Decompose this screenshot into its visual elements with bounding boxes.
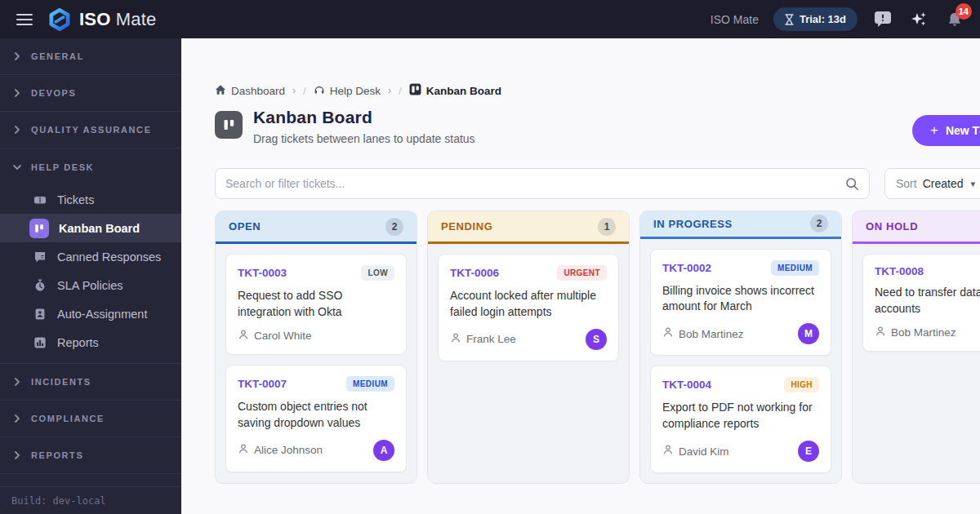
sidebar-nav: GENERAL DEVOPS QUALITY ASSURANCE HELP DE… — [0, 38, 181, 486]
sidebar-section-quality-assurance[interactable]: QUALITY ASSURANCE — [0, 112, 181, 148]
kanban-board: OPEN 2 TKT-0003 LOW Request to add SSO i… — [215, 210, 980, 484]
slash-separator: / — [399, 85, 402, 97]
ticket-title: Request to add SSO integration with Okta — [238, 288, 394, 321]
sidebar-item-auto-assignment[interactable]: Auto-Assignment — [0, 299, 181, 328]
sidebar-item-canned-responses[interactable]: Canned Responses — [0, 242, 181, 271]
kanban-column-pending: PENDING 1 TKT-0006 URGENT Account locked… — [427, 210, 630, 484]
chevron-separator: › — [292, 85, 296, 96]
sidebar-section-object-types[interactable]: OBJECT TYPES — [0, 474, 181, 486]
help-desk-items: Tickets Kanban Board Canned Responses SL… — [0, 185, 181, 364]
sidebar-section-help-desk[interactable]: HELP DESK — [0, 148, 181, 185]
breadcrumb-kanban-board[interactable]: Kanban Board — [409, 83, 501, 98]
priority-badge: MEDIUM — [771, 260, 819, 276]
chevron-right-icon — [13, 374, 21, 389]
ticket-title: Billing invoice shows incorrect amount f… — [662, 283, 819, 316]
plus-icon: + — [930, 122, 938, 139]
assignee-name: David Kim — [679, 445, 729, 458]
chevron-right-icon — [13, 49, 21, 64]
trial-badge[interactable]: Trial: 13d — [773, 7, 858, 31]
assignee-avatar[interactable]: S — [586, 329, 607, 350]
hexagon-logo-icon — [47, 7, 72, 32]
ticket-id[interactable]: TKT-0008 — [875, 265, 924, 277]
page-subtitle: Drag tickets between lanes to update sta… — [253, 132, 475, 145]
brand-logo[interactable]: ISO Mate — [47, 7, 157, 32]
ticket-id[interactable]: TKT-0007 — [238, 378, 287, 390]
brand-name: ISO Mate — [79, 9, 157, 30]
breadcrumb-help-desk[interactable]: Help Desk — [314, 84, 381, 98]
new-ticket-button[interactable]: + New Ticket — [912, 115, 980, 146]
person-icon — [662, 326, 674, 341]
person-icon — [238, 329, 249, 343]
person-icon — [875, 326, 886, 340]
assignee-name: Bob Martinez — [891, 326, 956, 339]
ticket-card[interactable]: TKT-0004 HIGH Export to PDF not working … — [650, 366, 831, 473]
sidebar-item-sla-policies[interactable]: SLA Policies — [0, 271, 181, 299]
ticket-title: Export to PDF not working for compliance… — [662, 400, 819, 432]
sort-dropdown[interactable]: Sort Created ▾ — [884, 168, 980, 199]
column-body: TKT-0006 URGENT Account locked after mul… — [428, 244, 629, 371]
chat-bubble-icon — [33, 250, 47, 264]
search-icon[interactable] — [845, 177, 859, 191]
sidebar-item-kanban-board[interactable]: Kanban Board — [0, 214, 181, 242]
priority-badge: LOW — [361, 265, 394, 281]
ticket-card[interactable]: TKT-0007 MEDIUM Custom object entries no… — [225, 365, 407, 472]
person-icon — [238, 443, 249, 458]
ticket-card[interactable]: TKT-0006 URGENT Account locked after mul… — [438, 254, 619, 361]
sidebar-item-tickets[interactable]: Tickets — [0, 185, 181, 214]
column-body: TKT-0003 LOW Request to add SSO integrat… — [216, 244, 416, 482]
sort-value: Created — [923, 177, 964, 190]
ticket-id[interactable]: TKT-0004 — [662, 379, 711, 391]
ticket-id[interactable]: TKT-0006 — [450, 267, 499, 279]
feedback-icon[interactable] — [872, 9, 893, 30]
build-info: Build: dev-local — [0, 486, 181, 514]
assignee-name: Bob Martinez — [679, 328, 744, 340]
sidebar-section-incidents[interactable]: INCIDENTS — [0, 364, 181, 401]
notification-count-badge: 14 — [956, 3, 972, 20]
home-icon — [215, 84, 226, 98]
page-header: Kanban Board Drag tickets between lanes … — [215, 108, 475, 145]
sidebar-item-reports[interactable]: Reports — [0, 328, 181, 357]
kanban-column-on-hold: ON HOLD TKT-0008 Need to transfer data b… — [852, 210, 980, 484]
sidebar-section-devops[interactable]: DEVOPS — [0, 75, 181, 112]
column-count-badge: 1 — [598, 218, 616, 236]
breadcrumb: Dashboard › / Help Desk › / Kanban Board — [215, 83, 501, 98]
ticket-title: Custom object entries not saving dropdow… — [238, 399, 394, 432]
bell-icon[interactable]: 14 — [944, 9, 965, 30]
sidebar: GENERAL DEVOPS QUALITY ASSURANCE HELP DE… — [0, 38, 181, 514]
chevron-right-icon — [13, 86, 21, 100]
chevron-right-icon — [13, 411, 21, 426]
chevron-down-icon — [13, 160, 21, 175]
headset-icon — [314, 84, 325, 98]
kanban-board-icon — [215, 111, 243, 139]
column-body: TKT-0002 MEDIUM Billing invoice shows in… — [640, 239, 841, 484]
person-icon — [450, 332, 461, 347]
sidebar-section-general[interactable]: GENERAL — [0, 38, 181, 75]
ticket-id[interactable]: TKT-0002 — [662, 262, 711, 274]
id-badge-icon — [33, 308, 47, 321]
assignee-avatar[interactable]: A — [373, 440, 394, 461]
menu-icon[interactable] — [15, 10, 34, 29]
topbar: ISO Mate ISO Mate Trial: 13d — [0, 0, 980, 38]
column-header: ON HOLD — [853, 211, 980, 244]
ticket-card[interactable]: TKT-0002 MEDIUM Billing invoice shows in… — [650, 249, 831, 357]
sidebar-section-reports[interactable]: REPORTS — [0, 437, 181, 474]
assignee-name: Frank Lee — [466, 333, 516, 345]
ticket-icon — [33, 193, 47, 206]
search-input[interactable] — [225, 177, 845, 190]
ticket-card[interactable]: TKT-0008 Need to transfer data between a… — [862, 254, 980, 352]
ticket-id[interactable]: TKT-0003 — [238, 267, 287, 279]
assignee-avatar[interactable]: E — [798, 441, 819, 462]
column-header: IN PROGRESS 2 — [640, 211, 841, 239]
sort-label: Sort — [896, 177, 917, 190]
chevron-right-icon — [13, 122, 21, 137]
sidebar-section-compliance[interactable]: COMPLIANCE — [0, 401, 181, 437]
sparkles-icon[interactable] — [908, 9, 929, 30]
person-icon — [662, 444, 674, 459]
assignee-avatar[interactable]: M — [798, 323, 819, 344]
breadcrumb-dashboard[interactable]: Dashboard — [215, 84, 285, 98]
ticket-card[interactable]: TKT-0003 LOW Request to add SSO integrat… — [225, 254, 407, 355]
hourglass-icon — [785, 14, 794, 25]
stopwatch-icon — [33, 279, 47, 292]
main-content: Dashboard › / Help Desk › / Kanban Board… — [181, 38, 980, 514]
ticket-title: Need to transfer data between accounts — [875, 285, 980, 317]
